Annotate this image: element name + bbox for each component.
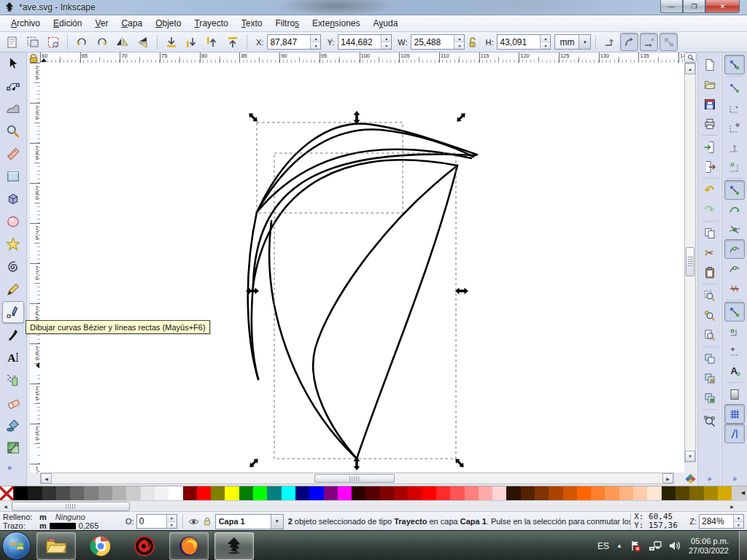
show-desktop-button[interactable] — [739, 531, 747, 560]
palette-swatch[interactable] — [479, 486, 492, 501]
palette-swatch[interactable] — [450, 486, 464, 501]
palette-swatch[interactable] — [42, 486, 56, 501]
palette-swatch[interactable] — [338, 486, 352, 501]
palette-swatch[interactable] — [577, 486, 591, 501]
palette-swatch[interactable] — [84, 486, 98, 501]
menu-filtros[interactable]: Filtros — [268, 17, 306, 30]
unlink-clone-button[interactable] — [700, 388, 720, 408]
palette-swatch[interactable] — [141, 486, 155, 501]
eraser-tool[interactable] — [2, 392, 24, 413]
calligraphy-tool[interactable] — [2, 324, 24, 346]
menu-archivo[interactable]: Archivo — [4, 17, 47, 30]
scale-handle-bottom-right[interactable] — [454, 457, 466, 470]
lock-ratio-icon[interactable] — [468, 36, 478, 48]
x-spin-up[interactable]: ▲ — [311, 35, 320, 42]
palette-scroll-right-icon[interactable]: ◀ — [740, 486, 746, 499]
palette-swatch[interactable] — [704, 486, 718, 501]
y-spin-down[interactable]: ▼ — [382, 42, 391, 49]
new-document-button[interactable] — [700, 55, 720, 74]
selector-tool[interactable] — [2, 52, 24, 74]
measure-tool[interactable] — [2, 143, 24, 165]
palette-swatch[interactable] — [633, 486, 647, 501]
palette-scroll-left-button[interactable]: ◀ — [1, 502, 10, 511]
scale-handle-right[interactable] — [455, 288, 468, 295]
palette-swatch[interactable] — [647, 486, 661, 501]
opacity-input[interactable] — [137, 515, 166, 528]
palette-swatch[interactable] — [28, 486, 42, 501]
palette-scroll-right-button[interactable]: ▶ — [727, 502, 737, 511]
menu-ayuda[interactable]: Ayuda — [367, 17, 405, 30]
copy-button[interactable] — [700, 223, 720, 243]
palette-swatch[interactable] — [70, 486, 84, 501]
palette-swatch[interactable] — [112, 486, 126, 501]
palette-swatch[interactable] — [408, 486, 422, 501]
palette-swatch[interactable] — [169, 486, 182, 501]
hscroll-right-button[interactable]: ▶ — [662, 473, 673, 483]
star-tool[interactable] — [2, 233, 24, 255]
path-curves[interactable] — [248, 124, 477, 459]
palette-swatch[interactable] — [591, 486, 605, 501]
w-spin-up[interactable]: ▲ — [454, 35, 464, 42]
cut-button[interactable]: ✂ — [700, 243, 720, 262]
snap-grids-toggle[interactable] — [724, 404, 745, 424]
ruler-lock-icon[interactable] — [28, 53, 39, 63]
palette-swatch[interactable] — [506, 486, 520, 501]
palette-swatch[interactable] — [267, 486, 281, 501]
palette-swatch[interactable] — [282, 486, 295, 501]
undo-button[interactable]: ↶ — [700, 180, 720, 200]
close-button[interactable]: ✕ — [705, 0, 740, 13]
scale-corners-toggle[interactable] — [620, 33, 638, 51]
select-all-layers-button[interactable] — [23, 33, 42, 52]
transform-gradients-toggle[interactable] — [640, 33, 658, 51]
w-spin-down[interactable]: ▼ — [454, 42, 464, 49]
snap-object-centers-toggle[interactable] — [724, 322, 745, 341]
palette-swatch[interactable] — [563, 486, 577, 501]
snap-intersections-toggle[interactable] — [724, 219, 745, 239]
snap-smooth-nodes-toggle[interactable] — [724, 259, 745, 279]
import-button[interactable] — [700, 137, 720, 157]
palette-swatch[interactable] — [549, 486, 562, 501]
raise-to-top-button[interactable] — [223, 33, 242, 52]
snap-enable-toggle[interactable] — [724, 55, 745, 74]
palette-swatch[interactable] — [436, 486, 450, 501]
vscroll-handle[interactable] — [686, 247, 694, 276]
snap-others-toggle[interactable] — [724, 302, 745, 322]
raise-one-step-button[interactable] — [203, 33, 222, 52]
palette-swatch[interactable] — [662, 486, 676, 501]
palette-swatch[interactable] — [98, 486, 112, 501]
palette-swatch[interactable] — [155, 486, 169, 501]
layer-dropdown[interactable]: Capa 1 ▼ — [215, 514, 284, 529]
palette-swatch[interactable] — [14, 486, 28, 501]
palette-swatch[interactable] — [253, 486, 267, 501]
palette-swatch[interactable] — [676, 486, 689, 501]
menu-edicion[interactable]: Edición — [47, 17, 88, 30]
palette-swatch[interactable] — [239, 486, 253, 501]
palette-swatch[interactable] — [352, 486, 365, 501]
menu-ver[interactable]: Ver — [88, 17, 115, 30]
rotate-ccw-button[interactable] — [72, 33, 91, 52]
scale-handle-top-right[interactable] — [455, 112, 468, 124]
rotate-cw-button[interactable] — [93, 33, 112, 52]
paint-bucket-tool[interactable] — [2, 414, 24, 436]
ellipse-tool[interactable] — [2, 211, 24, 233]
palette-swatch[interactable] — [689, 486, 703, 501]
lower-one-step-button[interactable] — [182, 33, 201, 52]
spray-tool[interactable] — [2, 369, 24, 391]
color-managed-view-icon[interactable] — [685, 474, 696, 484]
no-color-swatch[interactable] — [0, 486, 14, 501]
transform-patterns-toggle[interactable] — [659, 33, 678, 51]
zoom-drawing-button[interactable] — [700, 306, 720, 325]
zoom-selection-button[interactable] — [700, 286, 720, 306]
print-button[interactable] — [700, 114, 720, 133]
snap-rotation-centers-toggle[interactable] — [724, 341, 745, 361]
layer-lock-icon[interactable] — [203, 516, 212, 526]
snap-cusp-nodes-toggle[interactable] — [724, 239, 745, 259]
palette-swatch[interactable] — [183, 486, 197, 501]
snap-paths-toggle[interactable] — [724, 200, 745, 219]
restore-button[interactable]: ❐ — [683, 0, 705, 13]
taskbar-chrome[interactable] — [82, 533, 120, 559]
palette-swatch[interactable] — [521, 486, 535, 501]
vertical-ruler[interactable]: 195190185180175170165160155150145 — [30, 63, 41, 472]
palette-swatch[interactable] — [422, 486, 436, 501]
palette-swatch[interactable] — [126, 486, 140, 501]
